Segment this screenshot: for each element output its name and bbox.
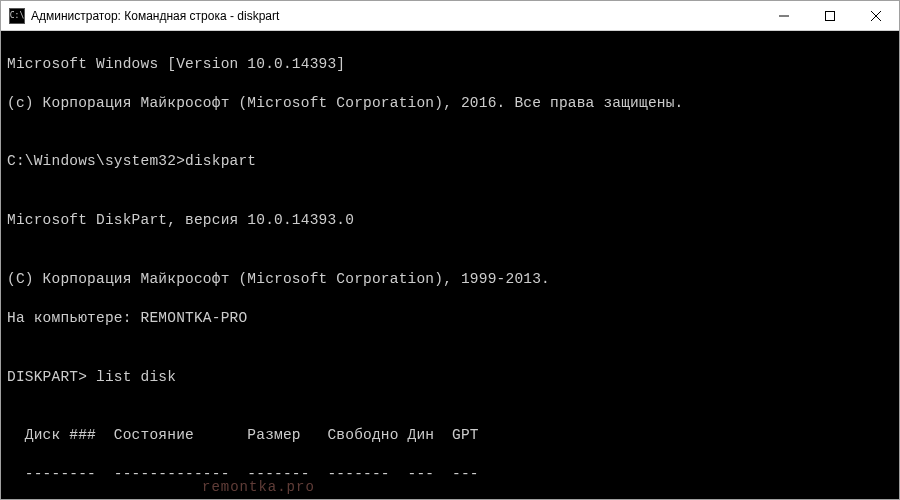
close-button[interactable] [853, 1, 899, 30]
minimize-icon [779, 11, 789, 21]
svg-rect-1 [826, 11, 835, 20]
cmd-icon: C:\ [9, 8, 25, 24]
output-line: (C) Корпорация Майкрософт (Microsoft Cor… [7, 270, 893, 290]
output-line: Microsoft DiskPart, версия 10.0.14393.0 [7, 211, 893, 231]
window-title: Администратор: Командная строка - diskpa… [31, 9, 761, 23]
output-line: На компьютере: REMONTKA-PRO [7, 309, 893, 329]
output-line: (с) Корпорация Майкрософт (Microsoft Cor… [7, 94, 893, 114]
table-header: Диск ### Состояние Размер Свободно Дин G… [7, 426, 893, 446]
minimize-button[interactable] [761, 1, 807, 30]
table-separator: -------- ------------- ------- ------- -… [7, 465, 893, 485]
prompt-line: C:\Windows\system32>diskpart [7, 152, 893, 172]
prompt-line: DISKPART> list disk [7, 368, 893, 388]
maximize-button[interactable] [807, 1, 853, 30]
close-icon [871, 11, 881, 21]
output-line: Microsoft Windows [Version 10.0.14393] [7, 55, 893, 75]
maximize-icon [825, 11, 835, 21]
terminal-output[interactable]: Microsoft Windows [Version 10.0.14393] (… [1, 31, 899, 499]
titlebar[interactable]: C:\ Администратор: Командная строка - di… [1, 1, 899, 31]
console-window: C:\ Администратор: Командная строка - di… [0, 0, 900, 500]
window-controls [761, 1, 899, 30]
